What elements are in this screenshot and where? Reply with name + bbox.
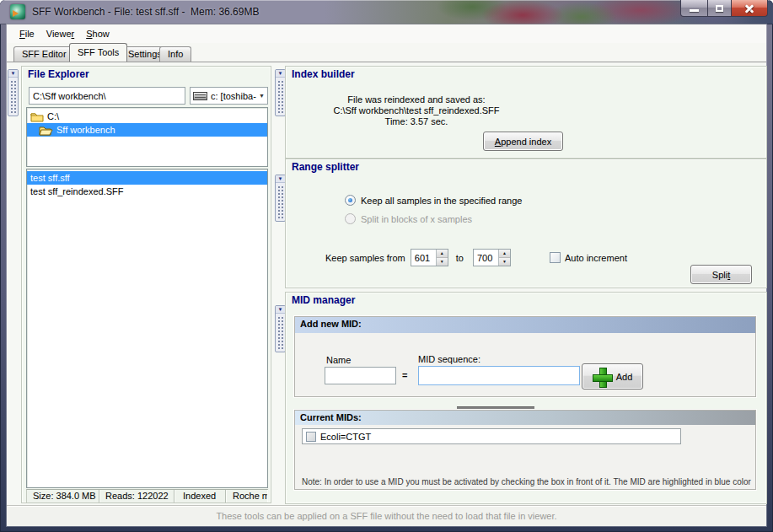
plus-icon — [593, 368, 611, 386]
current-mids-panel: Current MIDs: Ecoli=CTGT Note: In order … — [294, 410, 756, 490]
main-area: ▼ File Explorer c: [toshiba- ▼ C:\ — [7, 62, 766, 505]
grip-dots-icon — [277, 185, 283, 219]
mid-list-item[interactable]: Ecoli=CTGT — [302, 428, 681, 444]
tab-strip: SFF Editor SFF Tools Settings Info — [7, 43, 766, 62]
menu-file[interactable]: File — [13, 27, 40, 40]
drive-value: c: [toshiba- — [211, 91, 259, 101]
file-list: test sff.sff test sff_reindexed.SFF — [26, 169, 268, 488]
grip-dots-icon — [277, 80, 283, 114]
radio-keep-range-row: Keep all samples in the specified range — [345, 195, 522, 206]
folder-item-selected[interactable]: Sff workbench — [27, 123, 267, 137]
folder-list: C:\ Sff workbench — [26, 107, 268, 167]
radio-keep-range[interactable] — [345, 195, 356, 206]
file-item-selected[interactable]: test sff.sff — [27, 171, 267, 185]
add-mid-button[interactable]: Add — [582, 363, 643, 390]
client-area: File Viewer Show SFF Editor SFF Tools Se… — [7, 24, 766, 526]
index-builder-title: Index builder — [292, 68, 355, 80]
to-label: to — [456, 253, 464, 263]
spin-up-icon[interactable]: ▲ — [437, 250, 448, 258]
reindex-line2: C:\Sff workbench\test sff_reindexed.SFF — [294, 105, 539, 116]
mid-manager-panel: MID manager Add new MID: Name = MID sequ… — [285, 292, 767, 504]
add-mid-header: Add new MID: — [295, 317, 755, 333]
file-size: Size: 384.0 MB — [27, 490, 99, 502]
reindex-result-text: File was reindexed and saved as: C:\Sff … — [294, 94, 539, 127]
close-button[interactable] — [732, 0, 768, 17]
folder-icon — [30, 111, 44, 122]
window-title: SFF Workbench - File: test sff.sff - Mem… — [32, 6, 259, 18]
app-window: SFF Workbench - File: test sff.sff - Mem… — [0, 0, 773, 532]
auto-increment-checkbox[interactable] — [550, 252, 561, 263]
split-button[interactable]: Split — [690, 265, 752, 284]
collapse-arrow-icon: ▼ — [276, 70, 285, 78]
spin-up-icon[interactable]: ▲ — [499, 250, 510, 258]
add-mid-panel: Add new MID: Name = MID sequence: Add — [294, 316, 756, 397]
app-icon[interactable] — [10, 4, 25, 19]
radio-keep-range-label: Keep all samples in the specified range — [361, 196, 522, 206]
sample-range-row: Keep samples from ▲ ▼ to ▲ ▼ — [325, 249, 627, 266]
to-input[interactable] — [474, 250, 498, 266]
reindex-line1: File was reindexed and saved as: — [294, 94, 539, 105]
append-index-button[interactable]: Append index — [483, 132, 563, 151]
collapse-arrow-icon: ▼ — [8, 70, 18, 78]
window-controls — [680, 0, 768, 17]
close-icon — [744, 3, 754, 13]
grip-dots-icon — [10, 80, 16, 114]
range-splitter-panel: Range splitter Keep all samples in the s… — [285, 159, 767, 288]
mid-item-label: Ecoli=CTGT — [320, 432, 371, 442]
open-folder-icon — [39, 125, 53, 136]
menu-viewer[interactable]: Viewer — [40, 27, 80, 40]
keep-samples-label: Keep samples from — [325, 253, 405, 263]
index-builder-panel: Index builder File was reindexed and sav… — [285, 66, 767, 159]
file-manifest: Roche mani — [226, 490, 267, 502]
maximize-icon — [716, 5, 723, 12]
menu-show[interactable]: Show — [80, 27, 115, 40]
range-splitter-title: Range splitter — [292, 161, 359, 173]
titlebar: SFF Workbench - File: test sff.sff - Mem… — [0, 0, 773, 24]
mid-note-text: Note: In order to use a MID you must be … — [302, 477, 752, 486]
tab-sff-editor[interactable]: SFF Editor — [13, 46, 75, 62]
folder-name: C:\ — [47, 111, 59, 121]
equals-sign: = — [402, 370, 407, 380]
radio-split-blocks[interactable] — [345, 213, 356, 224]
status-bar: These tools can be applied on a SFF file… — [7, 505, 766, 526]
to-spinner: ▲ ▼ — [473, 249, 511, 266]
from-input[interactable] — [411, 250, 436, 266]
menu-bar: File Viewer Show — [7, 24, 766, 43]
radio-split-blocks-row: Split in blocks of x samples — [345, 213, 472, 224]
mid-sequence-input[interactable] — [418, 366, 580, 385]
collapse-arrow-icon: ▼ — [276, 306, 285, 314]
file-explorer-title: File Explorer — [28, 68, 89, 80]
folder-name: Sff workbench — [56, 125, 115, 135]
spin-down-icon[interactable]: ▼ — [499, 258, 510, 266]
status-bar-text: These tools can be applied on a SFF file… — [216, 511, 556, 521]
minimize-button[interactable] — [680, 0, 708, 17]
reindex-line3: Time: 3.57 sec. — [294, 116, 539, 127]
collapse-arrow-icon: ▼ — [276, 175, 285, 183]
drive-selector[interactable]: c: [toshiba- ▼ — [190, 87, 268, 105]
tab-info[interactable]: Info — [159, 46, 191, 62]
radio-split-blocks-label: Split in blocks of x samples — [361, 214, 472, 224]
tab-sff-tools[interactable]: SFF Tools — [69, 43, 127, 62]
from-spinner: ▲ ▼ — [411, 249, 448, 266]
current-mids-header: Current MIDs: — [295, 411, 755, 425]
name-label: Name — [326, 355, 351, 365]
grip-dots-icon — [277, 316, 283, 350]
add-button-label: Add — [616, 372, 633, 382]
path-input[interactable] — [29, 87, 185, 105]
file-item[interactable]: test sff_reindexed.SFF — [27, 185, 267, 198]
folder-item[interactable]: C:\ — [27, 110, 267, 123]
auto-increment-label: Auto increment — [565, 253, 627, 263]
mid-name-input[interactable] — [325, 367, 396, 384]
mid-manager-title: MID manager — [292, 294, 355, 306]
minimize-icon — [690, 9, 699, 12]
maximize-button[interactable] — [708, 0, 732, 17]
spin-down-icon[interactable]: ▼ — [437, 258, 448, 266]
file-reads: Reads: 122022 — [99, 490, 174, 502]
drive-icon — [193, 92, 207, 100]
file-explorer-collapse-handle[interactable]: ▼ — [8, 69, 19, 116]
mid-checkbox[interactable] — [306, 432, 316, 442]
file-indexed: Indexed — [174, 490, 226, 502]
file-name: test sff.sff — [30, 173, 70, 183]
file-info-bar: Size: 384.0 MB Reads: 122022 Indexed Roc… — [26, 489, 268, 503]
mid-sequence-label: MID sequence: — [418, 354, 480, 364]
